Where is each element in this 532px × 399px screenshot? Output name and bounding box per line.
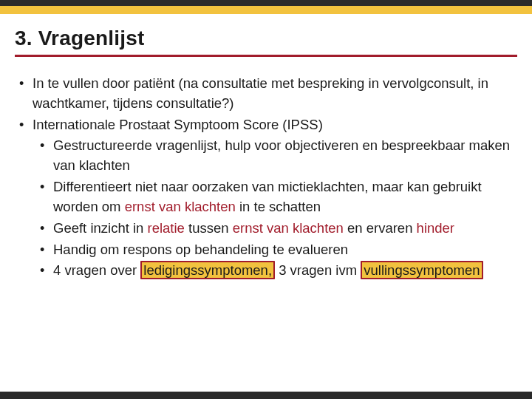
highlight-relatie: relatie <box>148 220 185 236</box>
bar-dark-top <box>0 0 532 6</box>
bullet-2-1-text: Gestructureerde vragenlijst, hulp voor o… <box>53 137 510 173</box>
top-bars <box>0 0 532 14</box>
slide-content: In te vullen door patiënt (na consultati… <box>16 74 513 282</box>
bullet-2-3-c: en ervaren <box>344 220 417 236</box>
title-block: 3. Vragenlijst <box>15 27 517 57</box>
bar-gold <box>0 6 532 14</box>
bullet-2-3: Geeft inzicht in relatie tussen ernst va… <box>33 219 513 239</box>
bullet-2-2: Differentieert niet naar oorzaken van mi… <box>33 177 513 217</box>
bullet-1: In te vullen door patiënt (na consultati… <box>16 74 513 114</box>
bullet-2-4-text: Handig om respons op behandeling te eval… <box>53 242 348 257</box>
bar-dark-bottom <box>0 392 532 399</box>
bullet-2-5-b: 3 vragen ivm <box>275 262 361 278</box>
highlight-hinder: hinder <box>417 220 454 236</box>
box-vullings: vullingssymptomen <box>361 261 482 279</box>
bullet-2-2-b: in te schatten <box>236 199 321 214</box>
bullet-2-1: Gestructureerde vragenlijst, hulp voor o… <box>33 136 513 176</box>
slide-title: 3. Vragenlijst <box>15 27 517 57</box>
bullet-2-3-a: Geeft inzicht in <box>53 220 148 236</box>
bullet-2-3-b: tussen <box>185 220 233 236</box>
bullet-2-5-a: 4 vragen over <box>53 262 140 278</box>
bullet-2-5: 4 vragen over ledigingssymptomen, 3 vrag… <box>33 261 513 281</box>
highlight-ernst-2: ernst van klachten <box>233 220 344 236</box>
box-ledigings: ledigingssymptomen, <box>140 261 275 279</box>
highlight-ernst-1: ernst van klachten <box>125 199 236 214</box>
bullet-2-text: Internationale Prostaat Symptoom Score (… <box>33 117 323 132</box>
bullet-1-text: In te vullen door patiënt (na consultati… <box>33 75 488 111</box>
bullet-2: Internationale Prostaat Symptoom Score (… <box>16 115 513 282</box>
bullet-2-4: Handig om respons op behandeling te eval… <box>33 240 513 260</box>
slide: 3. Vragenlijst In te vullen door patiënt… <box>0 0 532 399</box>
